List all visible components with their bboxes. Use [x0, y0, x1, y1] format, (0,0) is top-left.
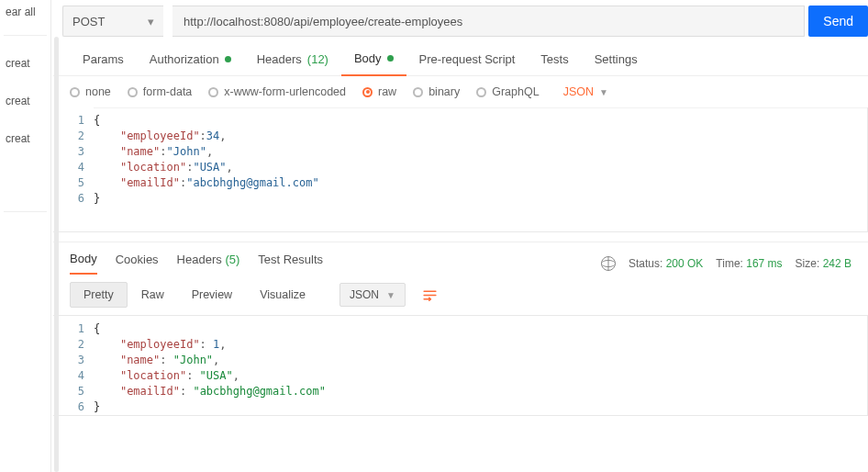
- tab-body[interactable]: Body: [341, 42, 406, 76]
- request-url-bar: POST ▾ http://localhost:8080/api/employe…: [53, 0, 868, 42]
- body-form-data-radio[interactable]: form-data: [128, 85, 193, 98]
- view-raw-button[interactable]: Raw: [128, 282, 178, 308]
- history-item[interactable]: creat: [0, 52, 50, 73]
- code-area[interactable]: { "employeeId":34, "name":"John", "locat…: [94, 107, 867, 231]
- history-item[interactable]: creat: [0, 90, 50, 111]
- chevron-down-icon: ▾: [148, 15, 154, 28]
- body-none-radio[interactable]: none: [70, 85, 111, 98]
- status-time: 167 ms: [746, 257, 782, 270]
- dot-indicator-icon: [225, 56, 231, 62]
- view-preview-button[interactable]: Preview: [178, 282, 246, 308]
- send-button[interactable]: Send: [808, 6, 868, 37]
- scrollbar[interactable]: [54, 37, 59, 472]
- tab-settings[interactable]: Settings: [582, 42, 651, 75]
- tab-params[interactable]: Params: [70, 42, 137, 75]
- url-input[interactable]: http://localhost:8080/api/employee/creat…: [172, 6, 805, 37]
- globe-icon[interactable]: [601, 256, 616, 271]
- response-type-select[interactable]: JSON▼: [339, 283, 406, 307]
- chevron-down-icon: ▼: [386, 290, 395, 300]
- dot-indicator-icon: [387, 55, 394, 62]
- http-method-value: POST: [72, 15, 105, 28]
- resp-tab-body[interactable]: Body: [70, 252, 97, 275]
- clear-all-link[interactable]: ear all: [0, 2, 50, 22]
- line-gutter: 123 456: [53, 107, 94, 231]
- response-view-modes: Pretty Raw Preview Visualize JSON▼: [53, 275, 868, 316]
- request-tabs: Params Authorization Headers(12) Body Pr…: [53, 42, 868, 76]
- tab-authorization[interactable]: Authorization: [137, 42, 244, 75]
- tab-pre-request-script[interactable]: Pre-request Script: [406, 42, 529, 75]
- status-size: 242 B: [823, 257, 851, 270]
- left-sidebar: ear all creat creat creat: [0, 0, 51, 472]
- code-area[interactable]: { "employeeId": 1, "name": "John", "loca…: [94, 316, 867, 415]
- resp-tab-cookies[interactable]: Cookies: [116, 253, 159, 274]
- status-code: 200 OK: [666, 257, 704, 270]
- body-subtype-select[interactable]: JSON▼: [563, 85, 608, 98]
- request-body-editor[interactable]: 123 456 { "employeeId":34, "name":"John"…: [53, 107, 868, 232]
- body-binary-radio[interactable]: binary: [413, 85, 460, 98]
- body-type-row: none form-data x-www-form-urlencoded raw…: [53, 76, 868, 108]
- view-pretty-button[interactable]: Pretty: [70, 282, 128, 308]
- resp-tab-headers[interactable]: Headers (5): [177, 253, 240, 274]
- line-gutter: 123 456: [53, 316, 94, 415]
- tab-tests[interactable]: Tests: [528, 42, 581, 75]
- response-body-editor[interactable]: 123 456 { "employeeId": 1, "name": "John…: [53, 315, 868, 416]
- resp-tab-test-results[interactable]: Test Results: [258, 253, 323, 274]
- body-raw-radio[interactable]: raw: [362, 85, 396, 98]
- body-xwww-radio[interactable]: x-www-form-urlencoded: [208, 85, 346, 98]
- response-tabs: Body Cookies Headers (5) Test Results St…: [53, 242, 868, 275]
- tab-headers[interactable]: Headers(12): [244, 42, 341, 75]
- response-status: Status: 200 OK Time: 167 ms Size: 242 B: [601, 256, 851, 271]
- http-method-select[interactable]: POST ▾: [62, 6, 163, 37]
- view-visualize-button[interactable]: Visualize: [246, 282, 319, 308]
- history-item[interactable]: creat: [0, 128, 50, 149]
- wrap-lines-icon[interactable]: [422, 287, 438, 303]
- body-graphql-radio[interactable]: GraphQL: [476, 85, 539, 98]
- chevron-down-icon: ▼: [599, 87, 608, 97]
